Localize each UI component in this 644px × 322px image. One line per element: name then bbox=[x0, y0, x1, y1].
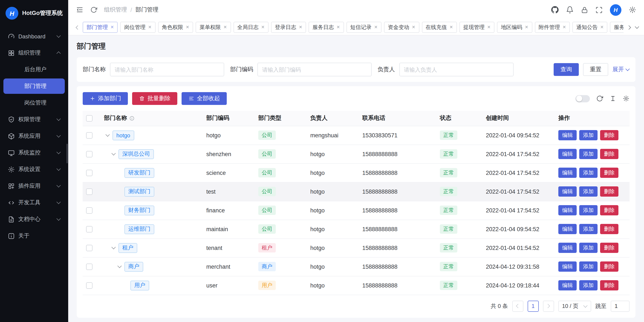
sidebar-item-docs[interactable]: 文档中心 bbox=[4, 211, 65, 227]
reload-icon[interactable] bbox=[596, 95, 603, 102]
close-icon[interactable] bbox=[450, 25, 453, 30]
close-icon[interactable] bbox=[261, 25, 265, 30]
row-checkbox[interactable] bbox=[86, 282, 92, 288]
breadcrumb-parent[interactable]: 组织管理 bbox=[104, 6, 127, 14]
tab-login-log[interactable]: 登录日志 bbox=[271, 22, 306, 33]
tab-service[interactable]: 服务 bbox=[610, 22, 624, 33]
dept-name-tag[interactable]: 租户 bbox=[118, 243, 137, 253]
tab-global-log[interactable]: 全局日志 bbox=[233, 22, 268, 33]
tab-role-perms[interactable]: 角色权限 bbox=[158, 22, 193, 33]
row-checkbox[interactable] bbox=[86, 207, 92, 213]
sidebar-item-system-app[interactable]: 系统应用 bbox=[4, 128, 65, 144]
add-button[interactable]: 添加 bbox=[579, 186, 598, 197]
row-checkbox[interactable] bbox=[86, 245, 92, 251]
add-button[interactable]: 添加 bbox=[579, 130, 598, 140]
sidebar-item-about[interactable]: 关于 bbox=[4, 228, 65, 243]
delete-button[interactable]: 删除 bbox=[600, 224, 618, 234]
sidebar-item-org[interactable]: 组织管理 bbox=[4, 45, 65, 61]
close-icon[interactable] bbox=[525, 25, 528, 30]
edit-button[interactable]: 编辑 bbox=[558, 224, 577, 234]
tab-dept-manage[interactable]: 部门管理 bbox=[83, 22, 118, 33]
sidebar-scrollbar[interactable] bbox=[66, 144, 68, 163]
add-button[interactable]: 添加 bbox=[579, 280, 598, 290]
dept-name-tag[interactable]: 商户 bbox=[124, 262, 143, 271]
dept-name-tag[interactable]: 用户 bbox=[130, 280, 149, 290]
dept-name-tag[interactable]: hotgo bbox=[112, 130, 134, 140]
edit-button[interactable]: 编辑 bbox=[558, 186, 577, 197]
tab-sms-record[interactable]: 短信记录 bbox=[346, 22, 382, 33]
select-all-checkbox[interactable] bbox=[86, 115, 92, 122]
tab-withdraw-manage[interactable]: 提现管理 bbox=[460, 22, 494, 33]
close-icon[interactable] bbox=[148, 25, 152, 30]
expand-caret-icon[interactable] bbox=[110, 150, 117, 158]
sidebar-item-system-settings[interactable]: 系统设置 bbox=[4, 162, 65, 177]
stripe-toggle[interactable] bbox=[576, 95, 590, 102]
dept-name-input[interactable] bbox=[110, 63, 224, 76]
info-circle-icon[interactable] bbox=[129, 116, 135, 121]
tab-region-code[interactable]: 地区编码 bbox=[497, 22, 532, 33]
row-checkbox[interactable] bbox=[86, 170, 92, 176]
query-button[interactable]: 查询 bbox=[554, 63, 579, 76]
edit-button[interactable]: 编辑 bbox=[558, 280, 577, 290]
close-icon[interactable] bbox=[186, 25, 190, 30]
refresh-icon[interactable] bbox=[90, 7, 97, 13]
tabs-menu-icon[interactable] bbox=[634, 25, 639, 30]
expand-caret-icon[interactable] bbox=[116, 263, 123, 270]
expand-link[interactable]: 展开 bbox=[612, 66, 630, 73]
edit-button[interactable]: 编辑 bbox=[558, 168, 577, 178]
menu-fold-icon[interactable] bbox=[76, 6, 84, 14]
settings-gear-icon[interactable] bbox=[629, 6, 636, 14]
tab-funds-change[interactable]: 资金变动 bbox=[384, 22, 419, 33]
sidebar-item-dept-manage[interactable]: 部门管理 bbox=[4, 79, 65, 94]
tabs-scroll-left-icon[interactable] bbox=[75, 25, 79, 30]
close-icon[interactable] bbox=[336, 25, 340, 30]
bell-icon[interactable] bbox=[566, 6, 574, 14]
sidebar-item-post-manage[interactable]: 岗位管理 bbox=[4, 95, 65, 111]
dept-name-tag[interactable]: 运维部门 bbox=[124, 224, 154, 234]
sidebar-item-permission[interactable]: 权限管理 bbox=[4, 112, 65, 127]
close-icon[interactable] bbox=[299, 25, 302, 30]
add-button[interactable]: 添加 bbox=[579, 149, 598, 159]
expand-caret-icon[interactable] bbox=[110, 244, 117, 251]
tab-menu-perms[interactable]: 菜单权限 bbox=[196, 22, 231, 33]
close-icon[interactable] bbox=[374, 25, 378, 30]
expand-caret-icon[interactable] bbox=[104, 132, 111, 139]
tab-notice[interactable]: 通知公告 bbox=[572, 22, 608, 33]
row-checkbox[interactable] bbox=[86, 151, 92, 157]
row-checkbox[interactable] bbox=[86, 188, 92, 195]
page-size-select[interactable]: 10 / 页 bbox=[558, 300, 591, 311]
close-icon[interactable] bbox=[412, 25, 415, 30]
collapse-all-button[interactable]: 全部收起 bbox=[182, 92, 227, 105]
next-page-button[interactable] bbox=[543, 300, 554, 311]
add-button[interactable]: 添加 bbox=[579, 261, 598, 272]
sidebar-item-dashboard[interactable]: Dashboard bbox=[4, 29, 65, 44]
tab-service-log[interactable]: 服务日志 bbox=[309, 22, 344, 33]
row-checkbox[interactable] bbox=[86, 226, 92, 232]
close-icon[interactable] bbox=[223, 25, 227, 30]
fullscreen-icon[interactable] bbox=[596, 6, 603, 14]
dept-name-tag[interactable]: 深圳总公司 bbox=[118, 149, 154, 159]
tab-online-recharge[interactable]: 在线充值 bbox=[422, 22, 457, 33]
page-number-button[interactable]: 1 bbox=[528, 300, 538, 311]
dept-name-tag[interactable]: 财务部门 bbox=[124, 205, 154, 215]
sidebar-item-backend-users[interactable]: 后台用户 bbox=[4, 62, 65, 77]
lock-icon[interactable] bbox=[581, 6, 588, 14]
app-logo[interactable]: H HotGo管理系统 bbox=[0, 0, 68, 27]
delete-button[interactable]: 删除 bbox=[600, 149, 618, 159]
dept-code-input[interactable] bbox=[258, 63, 372, 76]
tab-post-manage[interactable]: 岗位管理 bbox=[120, 22, 156, 33]
edit-button[interactable]: 编辑 bbox=[558, 243, 577, 253]
delete-button[interactable]: 删除 bbox=[600, 205, 618, 215]
batch-delete-button[interactable]: 批量删除 bbox=[132, 92, 177, 105]
row-checkbox[interactable] bbox=[86, 263, 92, 270]
user-avatar[interactable]: H bbox=[610, 4, 622, 16]
leader-input[interactable] bbox=[399, 63, 513, 76]
delete-button[interactable]: 删除 bbox=[600, 186, 618, 197]
delete-button[interactable]: 删除 bbox=[600, 243, 618, 253]
edit-button[interactable]: 编辑 bbox=[558, 205, 577, 215]
delete-button[interactable]: 删除 bbox=[600, 261, 618, 272]
add-button[interactable]: 添加 bbox=[579, 224, 598, 234]
reset-button[interactable]: 重置 bbox=[583, 63, 608, 76]
prev-page-button[interactable] bbox=[512, 300, 523, 311]
sidebar-item-devtools[interactable]: 开发工具 bbox=[4, 195, 65, 210]
